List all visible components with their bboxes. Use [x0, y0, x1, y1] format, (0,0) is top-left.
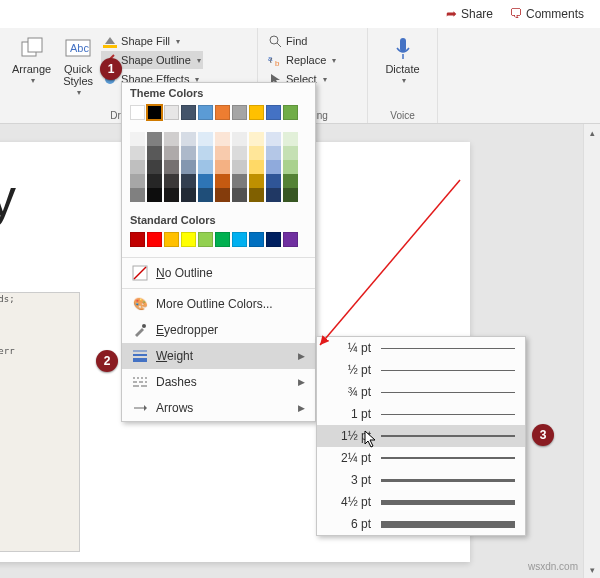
color-swatch[interactable] — [198, 174, 213, 188]
color-swatch[interactable] — [181, 132, 196, 146]
color-swatch[interactable] — [283, 146, 298, 160]
color-swatch[interactable] — [215, 188, 230, 202]
color-swatch[interactable] — [181, 160, 196, 174]
replace-button[interactable]: abReplace▾ — [266, 51, 359, 69]
color-swatch[interactable] — [130, 174, 145, 188]
weight-option[interactable]: 1½ pt — [317, 425, 525, 447]
no-outline-item[interactable]: No Outline — [122, 260, 315, 286]
color-swatch[interactable] — [181, 188, 196, 202]
pasted-image[interactable]: content ds;yQuals :{te,m;sm;it();erryQua… — [0, 292, 80, 552]
find-button[interactable]: Find — [266, 32, 359, 50]
color-swatch[interactable] — [215, 146, 230, 160]
color-swatch[interactable] — [130, 105, 145, 120]
color-swatch[interactable] — [232, 146, 247, 160]
color-swatch[interactable] — [130, 160, 145, 174]
color-swatch[interactable] — [232, 132, 247, 146]
vertical-scrollbar[interactable]: ▴ ▾ — [583, 124, 600, 578]
color-swatch[interactable] — [181, 174, 196, 188]
color-swatch[interactable] — [181, 105, 196, 120]
color-swatch[interactable] — [215, 105, 230, 120]
color-swatch[interactable] — [232, 188, 247, 202]
color-swatch[interactable] — [198, 132, 213, 146]
weight-option[interactable]: ¾ pt — [317, 381, 525, 403]
color-swatch[interactable] — [147, 174, 162, 188]
color-swatch[interactable] — [249, 160, 264, 174]
color-swatch[interactable] — [164, 188, 179, 202]
color-swatch[interactable] — [266, 105, 281, 120]
color-swatch[interactable] — [249, 132, 264, 146]
weight-option[interactable]: 1 pt — [317, 403, 525, 425]
scroll-down-button[interactable]: ▾ — [584, 561, 600, 578]
color-swatch[interactable] — [198, 146, 213, 160]
share-button[interactable]: ➦Share — [442, 4, 497, 23]
color-swatch[interactable] — [232, 232, 247, 247]
color-swatch[interactable] — [283, 188, 298, 202]
quick-styles-button[interactable]: Abc Quick Styles▾ — [59, 32, 97, 99]
scroll-up-button[interactable]: ▴ — [584, 124, 600, 141]
color-swatch[interactable] — [266, 174, 281, 188]
color-swatch[interactable] — [164, 105, 179, 120]
weight-option[interactable]: 4½ pt — [317, 491, 525, 513]
color-swatch[interactable] — [147, 105, 162, 120]
color-swatch[interactable] — [232, 174, 247, 188]
color-swatch[interactable] — [164, 146, 179, 160]
weight-preview-line — [381, 370, 515, 371]
weight-preview-line — [381, 521, 515, 528]
color-swatch[interactable] — [232, 105, 247, 120]
color-swatch[interactable] — [249, 232, 264, 247]
color-swatch[interactable] — [283, 132, 298, 146]
color-swatch[interactable] — [198, 160, 213, 174]
color-swatch[interactable] — [164, 160, 179, 174]
color-swatch[interactable] — [164, 132, 179, 146]
color-swatch[interactable] — [181, 232, 196, 247]
weight-item[interactable]: Weight▶ — [122, 343, 315, 369]
color-swatch[interactable] — [266, 146, 281, 160]
color-swatch[interactable] — [215, 174, 230, 188]
color-swatch[interactable] — [266, 160, 281, 174]
color-swatch[interactable] — [198, 188, 213, 202]
color-swatch[interactable] — [130, 188, 145, 202]
color-swatch[interactable] — [283, 232, 298, 247]
color-swatch[interactable] — [215, 232, 230, 247]
dashes-item[interactable]: Dashes▶ — [122, 369, 315, 395]
color-swatch[interactable] — [164, 232, 179, 247]
weight-option[interactable]: 3 pt — [317, 469, 525, 491]
color-swatch[interactable] — [249, 188, 264, 202]
color-swatch[interactable] — [181, 146, 196, 160]
color-swatch[interactable] — [147, 160, 162, 174]
color-swatch[interactable] — [147, 146, 162, 160]
more-colors-item[interactable]: 🎨More Outline Colors... — [122, 291, 315, 317]
color-swatch[interactable] — [130, 146, 145, 160]
color-swatch[interactable] — [266, 232, 281, 247]
color-swatch[interactable] — [164, 174, 179, 188]
color-swatch[interactable] — [249, 174, 264, 188]
color-swatch[interactable] — [283, 105, 298, 120]
color-swatch[interactable] — [215, 132, 230, 146]
color-swatch[interactable] — [266, 188, 281, 202]
weight-option-label: 3 pt — [327, 473, 371, 487]
color-swatch[interactable] — [249, 105, 264, 120]
color-swatch[interactable] — [232, 160, 247, 174]
color-swatch[interactable] — [198, 105, 213, 120]
weight-option[interactable]: 2¼ pt — [317, 447, 525, 469]
color-swatch[interactable] — [198, 232, 213, 247]
dictate-button[interactable]: Dictate▾ — [376, 32, 429, 87]
color-swatch[interactable] — [215, 160, 230, 174]
weight-option[interactable]: 6 pt — [317, 513, 525, 535]
eyedropper-item[interactable]: Eyedropper — [122, 317, 315, 343]
color-swatch[interactable] — [249, 146, 264, 160]
color-swatch[interactable] — [147, 132, 162, 146]
color-swatch[interactable] — [283, 174, 298, 188]
color-swatch[interactable] — [283, 160, 298, 174]
weight-option[interactable]: ¼ pt — [317, 337, 525, 359]
weight-option[interactable]: ½ pt — [317, 359, 525, 381]
comments-button[interactable]: 🗨Comments — [505, 4, 588, 23]
color-swatch[interactable] — [147, 232, 162, 247]
arrows-item[interactable]: Arrows▶ — [122, 395, 315, 421]
color-swatch[interactable] — [130, 232, 145, 247]
color-swatch[interactable] — [130, 132, 145, 146]
shape-fill-button[interactable]: Shape Fill▾ — [101, 32, 203, 50]
color-swatch[interactable] — [147, 188, 162, 202]
color-swatch[interactable] — [266, 132, 281, 146]
arrange-button[interactable]: Arrange▾ — [8, 32, 55, 87]
